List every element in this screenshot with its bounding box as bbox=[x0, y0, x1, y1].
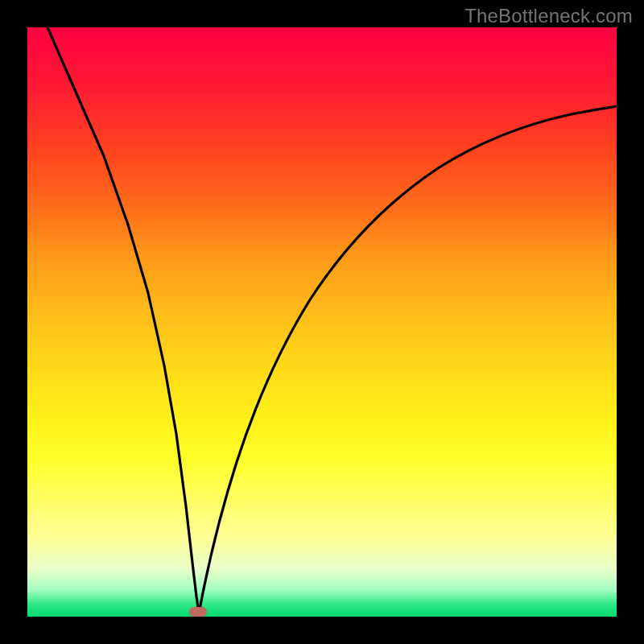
chart-frame: TheBottleneck.com bbox=[0, 0, 644, 644]
bottleneck-curve bbox=[27, 27, 617, 617]
watermark-text: TheBottleneck.com bbox=[464, 5, 633, 27]
curve-right-branch bbox=[199, 106, 617, 613]
optimal-marker bbox=[189, 607, 207, 617]
curve-left-branch bbox=[47, 27, 199, 613]
